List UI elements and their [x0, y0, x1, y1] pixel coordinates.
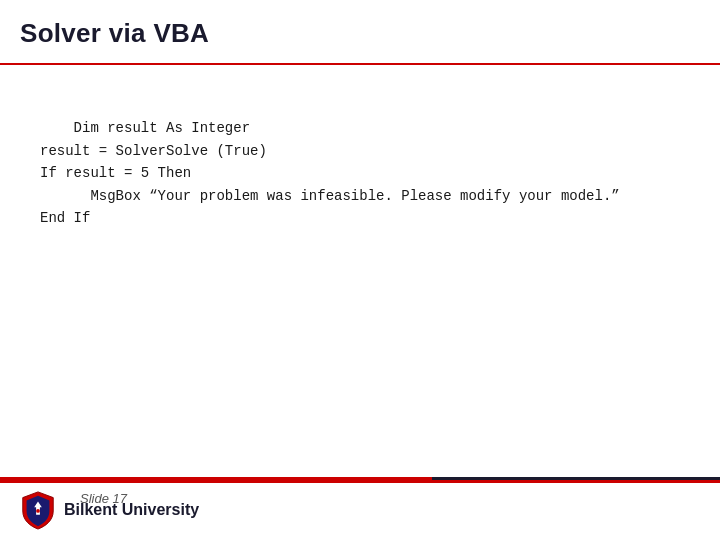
footer: Slide 17 Bilkent University — [0, 480, 720, 540]
university-name: Bilkent University — [64, 501, 199, 519]
code-block: Dim result As Integer result = SolverSol… — [40, 95, 680, 252]
content-area: Dim result As Integer result = SolverSol… — [0, 65, 720, 272]
code-line-4: MsgBox “Your problem was infeasible. Ple… — [40, 188, 620, 204]
page-header: Solver via VBA — [0, 0, 720, 65]
page-title: Solver via VBA — [20, 18, 209, 48]
logo-area: Bilkent University — [20, 490, 199, 530]
university-logo-icon — [20, 490, 56, 530]
svg-point-0 — [36, 509, 40, 513]
code-line-1: Dim result As Integer — [74, 120, 250, 136]
code-line-3: If result = 5 Then — [40, 165, 191, 181]
code-line-5: End If — [40, 210, 90, 226]
code-line-2: result = SolverSolve (True) — [40, 143, 267, 159]
